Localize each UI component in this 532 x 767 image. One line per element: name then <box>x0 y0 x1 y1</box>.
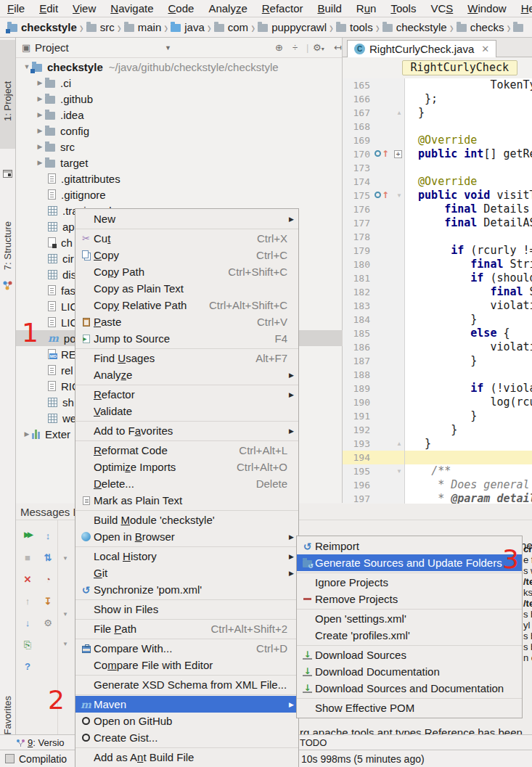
hide-panel-icon[interactable]: ↤ <box>334 42 342 53</box>
menu-item-download-sources-and-documentation[interactable]: ↓Download Sources and Documentation <box>297 680 522 697</box>
breadcrumb-item-checkstyle[interactable]: checkstyle <box>7 21 77 33</box>
menubar-item-file[interactable]: File <box>0 0 32 17</box>
menubar-item-refactor[interactable]: Refactor <box>255 0 311 17</box>
toolbar-icon[interactable]: ▶▶ <box>22 530 33 538</box>
menu-item-jump-to-source[interactable]: Jump to SourceF4 <box>75 330 298 347</box>
fold-marker-icon[interactable]: ▲ <box>396 110 402 116</box>
tree-row-.github[interactable]: ▶.github <box>16 91 343 107</box>
expand-caret-icon[interactable]: ▶ <box>35 159 45 166</box>
fold-marker-icon[interactable]: ▲ <box>396 440 402 447</box>
menu-item-maven[interactable]: mMaven▶ <box>75 696 298 713</box>
tree-row-.idea[interactable]: ▶.idea <box>16 107 343 123</box>
menu-item-show-in-files[interactable]: Show in Files <box>75 601 298 618</box>
menu-item-download-documentation[interactable]: ↓Download Documentation <box>297 663 522 680</box>
menu-item-generate-sources-and-update-folders[interactable]: Generate Sources and Update Folders <box>297 554 522 571</box>
menu-item-compare-with[interactable]: Compare With...Ctrl+D <box>75 640 298 657</box>
menubar-item-run[interactable]: Run <box>349 0 384 17</box>
menu-item-reformat-code[interactable]: Reformat CodeCtrl+Alt+L <box>75 442 298 459</box>
expand-caret-icon[interactable]: ▶ <box>35 127 45 134</box>
menu-item-mark-as-plain-text[interactable]: Mark as Plain Text <box>75 492 298 509</box>
gear-icon[interactable]: ⚙▾ <box>313 42 324 53</box>
tab-version-control[interactable]: 9: Versio <box>28 737 65 748</box>
fold-marker-icon[interactable]: ▼ <box>396 468 402 475</box>
menubar-item-code[interactable]: Code <box>161 0 202 17</box>
menubar-item-tools[interactable]: Tools <box>383 0 423 17</box>
fold-marker-icon[interactable]: + <box>394 150 402 158</box>
menu-item-ignore-projects[interactable]: Ignore Projects <box>297 574 522 591</box>
menu-item-optimize-imports[interactable]: Optimize ImportsCtrl+Alt+O <box>75 459 298 475</box>
expand-caret-icon[interactable]: ▶ <box>35 95 45 102</box>
toolbar-icon[interactable]: ⇅ <box>42 552 54 563</box>
menubar-item-navigate[interactable]: Navigate <box>103 0 160 17</box>
menubar-item-analyze[interactable]: Analyze <box>201 0 254 17</box>
tree-row-config[interactable]: ▶config <box>16 123 343 139</box>
collapse-all-icon[interactable]: ÷ <box>292 42 298 53</box>
chevron-down-icon[interactable]: ▼ <box>165 44 171 52</box>
menu-item-delete[interactable]: Delete...Delete <box>75 475 298 492</box>
menu-item-reimport[interactable]: ↺Reimport <box>297 538 522 554</box>
menu-item-new[interactable]: New▶ <box>75 210 298 227</box>
fold-marker-icon[interactable]: ▼ <box>396 192 402 199</box>
override-method-icon[interactable] <box>375 150 381 157</box>
breadcrumb-item-puppycrawl[interactable]: puppycrawl <box>258 21 327 33</box>
menu-item-copy-path[interactable]: Copy PathCtrl+Shift+C <box>75 263 298 280</box>
menu-item-show-effective-pom[interactable]: Show Effective POM <box>297 700 522 716</box>
menu-item-open-settings-xml[interactable]: Open 'settings.xml' <box>297 610 522 627</box>
tree-row-.ci[interactable]: ▶.ci <box>16 75 343 91</box>
breadcrumb-item-main[interactable]: main <box>124 21 162 33</box>
menu-item-remove-projects[interactable]: Remove Projects <box>297 591 522 607</box>
menu-item-file-path[interactable]: File PathCtrl+Alt+Shift+2 <box>75 620 298 637</box>
tree-row-target[interactable]: ▶target <box>16 155 343 171</box>
menu-item-open-on-github[interactable]: Open on GitHub <box>75 713 298 729</box>
expand-caret-icon[interactable]: ▶ <box>35 111 45 118</box>
override-method-icon[interactable] <box>375 192 381 198</box>
expand-caret-icon[interactable]: ▶ <box>22 430 32 438</box>
editor-tab[interactable]: C RightCurlyCheck.java ✕ <box>347 40 496 57</box>
stripe-button-structure[interactable]: 7: Structure <box>2 221 13 270</box>
locate-icon[interactable]: ⊕ <box>275 42 283 53</box>
toolbar-icon[interactable]: ? <box>22 661 33 672</box>
tree-row-.gitattributes[interactable]: .gitattributes <box>16 171 343 186</box>
breadcrumb-item-checkstyle[interactable]: checkstyle <box>382 21 447 33</box>
tab-todo[interactable]: TODO <box>300 737 327 748</box>
menu-item-build-module-checkstyle[interactable]: Build Module 'checkstyle' <box>75 512 298 528</box>
menubar-item-help[interactable]: Help <box>514 0 532 17</box>
menu-item-add-to-favorites[interactable]: Add to Favorites▶ <box>75 422 298 439</box>
toolbar-icon[interactable]: ◔ <box>42 574 54 585</box>
tree-row-src[interactable]: ▶src <box>16 139 343 155</box>
breadcrumb-item-tools[interactable]: tools <box>336 21 373 33</box>
menubar-item-window[interactable]: Window <box>460 0 513 17</box>
menu-item-cut[interactable]: ✂CutCtrl+X <box>75 230 298 247</box>
menu-item-synchronize-pom-xml[interactable]: ↺Synchronize 'pom.xml' <box>75 581 298 598</box>
stripe-button-project[interactable]: 1: Project <box>2 81 13 121</box>
menu-item-add-as-ant-build-file[interactable]: Add as Ant Build File <box>75 749 298 766</box>
code-area[interactable]: 165 TokenTypes.LITERAL_CATCH,166 };167▲ … <box>343 78 532 504</box>
toolbar-icon[interactable]: ⚙ <box>42 618 54 628</box>
expand-caret-icon[interactable]: ▶ <box>35 79 45 86</box>
menu-item-generate-xsd-schema-from-xml-file[interactable]: Generate XSD Schema from XML File... <box>75 676 298 693</box>
expander-icon[interactable]: ▼ <box>62 641 68 647</box>
menu-item-copy-as-plain-text[interactable]: Copy as Plain Text <box>75 280 298 297</box>
toolbar-icon[interactable]: ✕ <box>22 574 33 585</box>
menubar-item-edit[interactable]: Edit <box>32 0 65 17</box>
menubar-item-vcs[interactable]: VCS <box>423 0 460 17</box>
menu-item-find-usages[interactable]: Find UsagesAlt+F7 <box>75 350 298 366</box>
tree-row-.gitignore[interactable]: .gitignore <box>16 186 343 202</box>
toolbar-icon[interactable]: ↑ <box>22 596 33 607</box>
menu-item-download-sources[interactable]: ↓Download Sources <box>297 647 522 663</box>
menu-item-paste[interactable]: PasteCtrl+V <box>75 313 298 330</box>
toolbar-icon[interactable]: ■ <box>22 552 33 563</box>
menubar-item-view[interactable]: View <box>65 0 103 17</box>
menu-item-validate[interactable]: Validate <box>75 403 298 419</box>
editor-breadcrumb[interactable]: RightCurlyCheck <box>402 60 517 75</box>
toolbar-icon[interactable]: ↧ <box>42 596 54 607</box>
breadcrumb-item-src[interactable]: src <box>86 21 115 33</box>
menu-item-compare-file-with-editor[interactable]: Compare File with Editor <box>75 657 298 673</box>
expander-icon[interactable]: ▼ <box>62 611 68 618</box>
expand-caret-icon[interactable]: ▶ <box>35 143 45 150</box>
toolbar-icon[interactable]: ⎘ <box>22 639 33 651</box>
menu-item-open-in-browser[interactable]: Open in Browser▶ <box>75 528 298 545</box>
menubar-item-build[interactable]: Build <box>310 0 348 17</box>
breadcrumb-item-java[interactable]: java <box>171 21 205 33</box>
breadcrumb-item-checks[interactable]: checks <box>457 21 504 33</box>
